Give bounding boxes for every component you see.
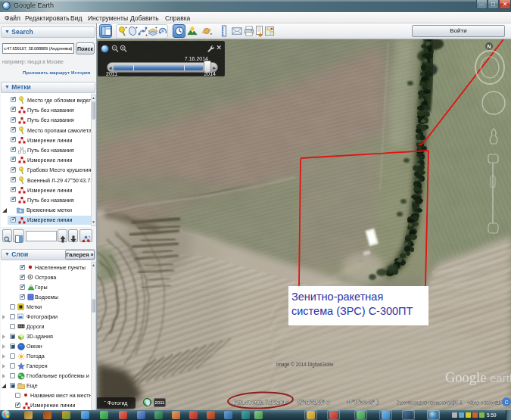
svg-text:обзор с высоты: обзор с высоты xyxy=(467,400,500,405)
svg-text:Image © 2014 DigitalGlobe: Image © 2014 DigitalGlobe xyxy=(276,362,334,368)
svg-text:38°05'30.49" В: 38°05'30.49" В xyxy=(347,400,379,405)
svg-text:47°41'01.65" С: 47°41'01.65" С xyxy=(297,400,330,405)
svg-text:Дата съемки 7.16.2014: Дата съемки 7.16.2014 xyxy=(232,400,288,406)
svg-text:Google: Google xyxy=(445,370,486,385)
svg-text:90 м: 90 м xyxy=(453,400,463,405)
svg-text:earth: earth xyxy=(490,372,511,384)
svg-text:C: C xyxy=(505,400,509,405)
svg-text:N: N xyxy=(487,44,491,49)
svg-text:Высота над уровнем моря:: Высота над уровнем моря: xyxy=(397,400,454,405)
